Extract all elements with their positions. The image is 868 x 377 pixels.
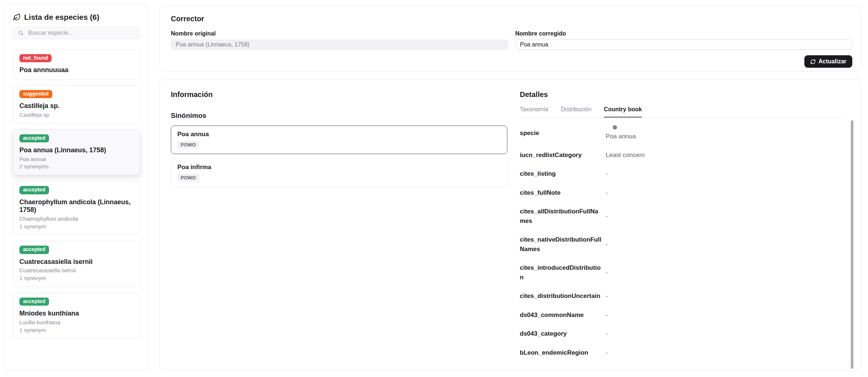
original-name-field-group: Nombre original xyxy=(171,30,508,50)
detalles-tabs: TaxonomíaDistribuciónCountry book xyxy=(520,106,843,117)
info-panel: Información Sinónimos Poa annua POWO Poa… xyxy=(159,79,861,371)
status-badge: accepted xyxy=(19,134,49,142)
detail-value: - xyxy=(606,348,608,357)
species-name: Mniodes kunthiana xyxy=(19,310,134,318)
synonym-card[interactable]: Poa infirma POWO xyxy=(171,158,507,187)
species-sidebar: Lista de especies (6) not_found Poa annn… xyxy=(5,4,149,371)
detail-row: cites_introducedDistribution - xyxy=(520,258,843,287)
detail-value-text: Least concern xyxy=(606,151,645,160)
detail-value: - xyxy=(606,292,608,301)
detail-label: bLeon_endemicRegion xyxy=(520,348,606,358)
detail-value-text: - xyxy=(606,169,608,178)
synonym-name: Poa infirma xyxy=(177,164,501,171)
detail-value-text: - xyxy=(606,240,608,249)
species-list-item[interactable]: suggested Castilleja sp. Castilleja sp. xyxy=(13,85,140,124)
detail-row: cites_fullNote - xyxy=(520,183,843,202)
detail-value-text: - xyxy=(606,311,608,320)
original-name-label: Nombre original xyxy=(171,30,508,37)
detail-value: - xyxy=(606,329,608,338)
detail-row: iucn_redlistCategory Least concern xyxy=(520,146,843,165)
detail-value: Least concern xyxy=(606,151,645,160)
detail-label: cites_allDistributionFullNames xyxy=(520,207,606,225)
main-area: Corrector Nombre original Nombre corregi… xyxy=(159,4,861,371)
status-badge: accepted xyxy=(19,186,49,194)
details-scrollbar[interactable] xyxy=(851,120,853,369)
species-name: Castilleja sp. xyxy=(19,102,134,110)
detalles-column: Detalles TaxonomíaDistribuciónCountry bo… xyxy=(520,90,852,362)
detail-value: - xyxy=(606,311,608,320)
status-badge: accepted xyxy=(19,298,49,306)
detail-row: ds043_commonName - xyxy=(520,306,843,325)
detail-value: Poa annua xyxy=(606,125,636,141)
detail-label: cites_nativeDistributionFullNames xyxy=(520,235,606,254)
detail-row: specie Poa annua xyxy=(520,120,843,146)
detail-label: cites_listing xyxy=(520,169,606,179)
sidebar-header: Lista de especies (6) xyxy=(13,13,140,22)
original-name-input xyxy=(171,40,508,50)
detail-label: cites_introducedDistribution xyxy=(520,263,606,282)
species-subtitle: Chaerophyllum andicola xyxy=(19,216,134,223)
species-name: Cuatrecasasiella isernii xyxy=(19,258,134,266)
refresh-icon xyxy=(810,59,816,64)
detalles-title: Detalles xyxy=(520,90,843,99)
species-synonym-count: 1 synonym xyxy=(19,223,134,230)
species-list-item[interactable]: accepted Chaerophyllum andicola (Linnaeu… xyxy=(13,181,140,235)
synonym-card[interactable]: Poa annua POWO xyxy=(171,126,507,154)
detail-row: cites_nativeDistributionFullNames - xyxy=(520,230,843,258)
detalles-tab[interactable]: Taxonomía xyxy=(520,106,548,117)
species-synonym-count: 1 synonym xyxy=(19,275,134,282)
detail-value-text: - xyxy=(606,212,608,221)
search-input[interactable] xyxy=(27,29,135,37)
detail-value: - xyxy=(606,169,608,178)
species-subtitle: Lucilia kunthiana xyxy=(19,319,134,326)
species-list-item[interactable]: not_found Poa annnuuuaa xyxy=(13,49,140,79)
status-badge: accepted xyxy=(19,246,49,254)
detail-label: ds043_category xyxy=(520,329,606,339)
corrector-fields: Nombre original Nombre corregido xyxy=(171,30,852,50)
update-button[interactable]: Actualizar xyxy=(804,55,852,68)
informacion-title: Información xyxy=(171,90,507,99)
species-name: Chaerophyllum andicola (Linnaeus, 1758) xyxy=(19,198,134,214)
synonym-source-badge: POWO xyxy=(177,141,199,149)
synonym-source-badge: POWO xyxy=(177,174,199,182)
species-subtitle: Castilleja sp. xyxy=(19,112,134,119)
species-name: Poa annnuuuaa xyxy=(19,66,134,74)
species-list-item[interactable]: accepted Cuatrecasasiella isernii Cuatre… xyxy=(13,241,140,287)
corrected-name-input[interactable] xyxy=(515,40,853,50)
detail-label: ds043_commonName xyxy=(520,310,606,320)
update-button-label: Actualizar xyxy=(819,58,846,65)
detail-row: cites_distributionUncertain - xyxy=(520,287,843,306)
detail-row: ds043_category - xyxy=(520,324,843,343)
detalles-tab[interactable]: Distribución xyxy=(561,106,591,117)
status-badge: suggested xyxy=(19,90,52,98)
detail-label: specie xyxy=(520,128,606,138)
species-subtitle: Poa annua xyxy=(19,156,134,163)
status-badge: not_found xyxy=(19,54,52,62)
search-icon xyxy=(18,30,24,36)
detail-value-text: - xyxy=(606,329,608,338)
detail-value: - xyxy=(606,188,608,197)
synonyms-list: Poa annua POWO Poa infirma POWO xyxy=(171,126,507,187)
leaf-icon xyxy=(13,13,21,21)
species-name: Poa annua (Linnaeus, 1758) xyxy=(19,146,134,154)
corrector-actions: Actualizar xyxy=(171,55,852,68)
species-list-item[interactable]: accepted Poa annua (Linnaeus, 1758) Poa … xyxy=(13,130,140,175)
detalles-tab[interactable]: Country book xyxy=(604,106,642,117)
detail-value: - xyxy=(606,240,608,249)
detail-row: bLeon_endemicRegion - xyxy=(520,343,843,362)
detail-value-text: - xyxy=(606,188,608,197)
detail-row: cites_allDistributionFullNames - xyxy=(520,202,843,230)
species-subtitle: Cuatrecasasiella isernii xyxy=(19,267,134,274)
detail-label: cites_fullNote xyxy=(520,188,606,198)
detail-value: - xyxy=(606,268,608,277)
app-root: Lista de especies (6) not_found Poa annn… xyxy=(0,0,868,377)
detail-label: iucn_redlistCategory xyxy=(520,150,606,160)
sidebar-title: Lista de especies (6) xyxy=(24,13,99,22)
detail-value: - xyxy=(606,212,608,221)
informacion-column: Información Sinónimos Poa annua POWO Poa… xyxy=(171,90,507,362)
species-list: not_found Poa annnuuuaa suggested Castil… xyxy=(13,49,140,339)
species-list-item[interactable]: accepted Mniodes kunthiana Lucilia kunth… xyxy=(13,293,140,339)
corrected-name-label: Nombre corregido xyxy=(515,30,853,37)
corrector-panel: Corrector Nombre original Nombre corregi… xyxy=(159,5,861,71)
species-synonym-count: 2 synonyms xyxy=(19,163,134,170)
